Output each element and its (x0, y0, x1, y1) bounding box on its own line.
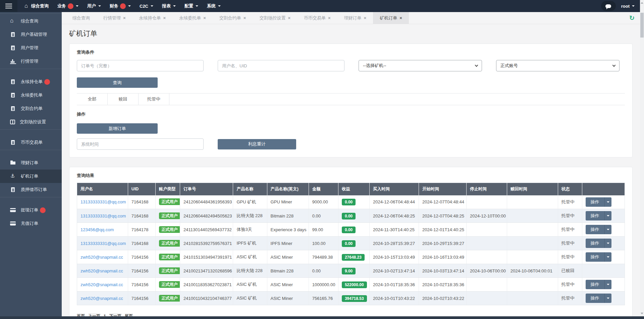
tab[interactable]: 交割场控设置 (253, 12, 297, 24)
miner-select[interactable]: --选择矿机-- (359, 60, 482, 71)
tab[interactable]: 币币交易单 (297, 12, 337, 24)
row-actions-button[interactable]: 操作 (586, 294, 604, 303)
menu-item[interactable]: 业务 (53, 0, 83, 12)
buy-time-cell: 2024-10-28T15:39:27 (369, 237, 419, 250)
sidebar-section-label (0, 70, 62, 75)
username-link[interactable]: 123456@qq.com (80, 227, 114, 232)
username-link[interactable]: zwh520@snapmail.cc (80, 296, 123, 301)
username-link[interactable]: zwh520@snapmail.cc (80, 268, 123, 273)
recalc-interest-button[interactable]: 利息重计 (218, 139, 296, 149)
sidebar-item[interactable]: 永续委托单 (0, 88, 62, 102)
page-button[interactable]: 下一页 (109, 313, 121, 316)
filter-option[interactable]: 托管中 (139, 93, 169, 105)
close-icon[interactable] (123, 16, 126, 20)
sidebar-item[interactable]: 矿机订单 (0, 170, 62, 183)
scrollbar-thumb[interactable] (640, 13, 644, 38)
refresh-icon[interactable] (629, 14, 635, 22)
menu-item[interactable]: 系统 (203, 0, 225, 12)
vertical-scrollbar[interactable] (640, 0, 644, 316)
search-button[interactable]: 查询 (77, 77, 158, 88)
account-type-select[interactable]: 正式账号 (496, 60, 620, 71)
sidebar-toggle-button[interactable] (0, 0, 17, 12)
scroll-up-icon[interactable] (641, 2, 643, 4)
sidebar-item[interactable]: 综合查询 (0, 14, 62, 28)
sidebar-item-label: 币币交易单 (21, 139, 43, 145)
status-badge: 托管中 (561, 199, 575, 204)
menu-item[interactable]: 财务 (105, 0, 135, 12)
menu-item[interactable]: 报表 (158, 0, 180, 12)
menu-item[interactable]: C2C (135, 0, 158, 12)
close-icon[interactable] (328, 16, 331, 20)
sidebar-item[interactable]: 提现订单 (0, 203, 62, 217)
order-no-input[interactable] (77, 60, 204, 71)
sidebar-item[interactable]: 用户基础管理 (0, 28, 62, 41)
sidebar-item[interactable]: 行情管理 (0, 55, 62, 68)
close-icon[interactable] (203, 16, 206, 20)
close-icon[interactable] (364, 16, 367, 20)
menu-item[interactable]: 综合查询 (20, 0, 53, 12)
sidebar-item[interactable]: 永续持仓单 (0, 75, 62, 88)
sidebar-item[interactable]: 理财订单 (0, 156, 62, 170)
username-link[interactable]: 13133333331@qq.com (80, 199, 126, 204)
chart-icon (10, 59, 16, 64)
row-actions-button[interactable]: 操作 (586, 211, 604, 220)
sidebar-item[interactable]: 质押借币订单 (0, 183, 62, 196)
tab[interactable]: 永续持仓单 (132, 12, 173, 24)
username-link[interactable]: zwh520@snapmail.cc (80, 282, 123, 287)
tab[interactable]: 理财订单 (337, 12, 373, 24)
account-type-select-value: 正式账号 (500, 63, 518, 69)
close-icon[interactable] (244, 16, 246, 20)
close-icon[interactable] (399, 16, 402, 20)
page-button[interactable]: 首页 (77, 313, 85, 316)
table-row: zwh520@snapmail.cc 7164156 正式用户 24101513… (77, 250, 625, 264)
tab[interactable]: 行情管理 (97, 12, 132, 24)
row-actions-button[interactable]: 操作 (586, 225, 604, 234)
tab[interactable]: 永续委托单 (172, 12, 213, 24)
page-button[interactable]: 上一页 (88, 313, 100, 316)
username-label: root (621, 4, 630, 9)
uid-cell: 7164168 (128, 195, 155, 209)
filter-option[interactable]: 赎回 (108, 93, 139, 105)
filter-option[interactable]: 全部 (77, 93, 108, 105)
sidebar-item[interactable]: 充值订单 (0, 217, 62, 230)
product-en-cell: Bitmain 228 (267, 264, 309, 278)
row-actions-button[interactable]: 操作 (586, 252, 604, 262)
close-icon[interactable] (163, 16, 166, 20)
username-link[interactable]: 13133333331@qq.com (80, 241, 126, 246)
close-icon[interactable] (288, 16, 290, 20)
row-actions-button[interactable]: 操作 (586, 197, 604, 207)
row-actions-dropdown-button[interactable] (604, 225, 611, 234)
row-actions-dropdown-button[interactable] (604, 252, 611, 262)
scroll-down-icon[interactable] (641, 313, 643, 314)
tab[interactable]: 综合查询 (66, 12, 97, 24)
system-time-input[interactable] (77, 138, 204, 150)
page-button[interactable]: 尾页 (125, 313, 133, 316)
username-link[interactable]: 13133333331@qq.com (80, 213, 126, 218)
sidebar-item[interactable]: 币币交易单 (0, 136, 62, 149)
product-cell: 比特大陆 228 (233, 264, 267, 278)
sidebar-item[interactable]: 用户管理 (0, 41, 62, 55)
user-menu[interactable]: root (621, 4, 635, 9)
row-actions-dropdown-button[interactable] (604, 239, 611, 248)
row-actions-button[interactable]: 操作 (586, 239, 604, 248)
row-actions-dropdown-button[interactable] (604, 211, 611, 220)
tab[interactable]: 交割合约单 (213, 12, 253, 24)
sidebar-item[interactable]: 交割合约单 (0, 102, 62, 115)
file-icon (10, 79, 16, 84)
row-actions-dropdown-button[interactable] (604, 294, 611, 303)
row-actions-dropdown-button[interactable] (604, 280, 611, 289)
menu-item[interactable]: 用户 (83, 0, 105, 12)
uid-cell: 7164178 (128, 223, 155, 237)
row-actions-button[interactable]: 操作 (586, 280, 604, 289)
user-search-input[interactable] (218, 60, 344, 71)
sidebar-item[interactable]: 交割场控设置 (0, 115, 62, 129)
row-actions-dropdown-button[interactable] (604, 197, 611, 207)
page-button[interactable]: 1 (104, 314, 106, 317)
start-time-cell: 2024-12-07T04:48:44 (419, 195, 466, 209)
menu-item[interactable]: 配置 (180, 0, 203, 12)
add-order-button[interactable]: 新增订单 (77, 123, 158, 134)
tab[interactable]: 矿机订单 (373, 12, 409, 24)
sidebar-item-label: 永续委托单 (21, 92, 43, 98)
username-link[interactable]: zwh520@snapmail.cc (80, 255, 123, 260)
messages-button[interactable] (601, 1, 616, 11)
